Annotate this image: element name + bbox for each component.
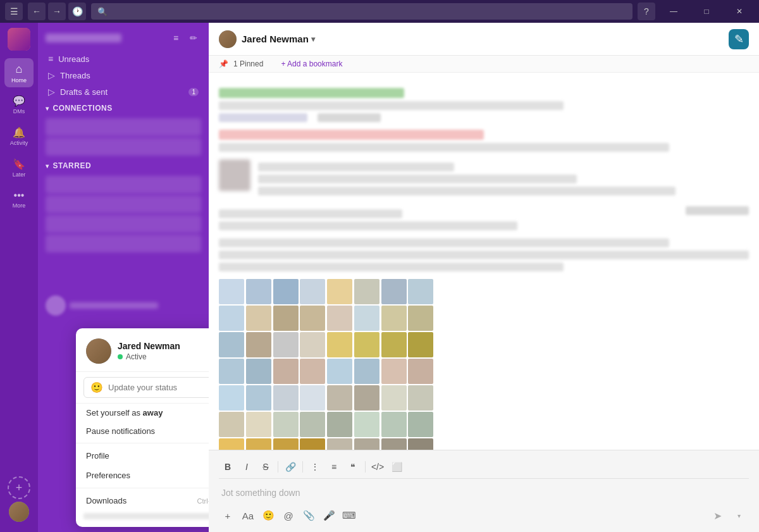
attach-button[interactable]: 📎	[300, 507, 318, 524]
close-button[interactable]: ✕	[725, 0, 754, 23]
popup-divider-1	[76, 443, 209, 443]
grid-cell	[327, 385, 352, 411]
grid-cell	[381, 359, 407, 384]
grid-cell	[408, 332, 433, 357]
sidebar-item-dms[interactable]: 💬 DMs	[4, 90, 34, 119]
pause-notifications-row[interactable]: Pause notifications ›	[76, 422, 209, 440]
sidebar-item-activity[interactable]: 🔔 Activity	[4, 121, 34, 151]
link-button[interactable]: 🔗	[281, 458, 299, 476]
code-button[interactable]: </>	[369, 458, 386, 476]
add-bookmark-link[interactable]: + Add a bookmark	[281, 59, 342, 68]
forward-button[interactable]: →	[48, 3, 66, 20]
compose-icon[interactable]: ✏	[186, 30, 201, 46]
grid-cell	[354, 359, 379, 384]
grid-cell	[219, 306, 244, 331]
history-button[interactable]: 🕐	[68, 3, 86, 20]
send-options-button[interactable]: ▾	[729, 505, 749, 526]
sidebar-item-later[interactable]: 🔖 Later	[4, 153, 34, 182]
plus-button[interactable]: +	[219, 507, 237, 524]
grid-cell	[381, 385, 407, 411]
emoji-button[interactable]: 🙂	[259, 507, 277, 524]
chat-title[interactable]: Jared Newman ▾	[242, 34, 315, 44]
nav-item-threads[interactable]: ▷ Threads	[40, 67, 206, 84]
voice-button[interactable]: 🎤	[320, 507, 338, 524]
status-emoji[interactable]: 🙂	[90, 381, 103, 393]
send-area: ➤ ▾	[707, 505, 749, 526]
grid-cell	[300, 279, 325, 304]
unreads-icon: ≡	[48, 54, 53, 64]
image-grid	[219, 279, 434, 450]
popup-overlay: Jared Newman Active 🙂 Set	[76, 328, 209, 532]
grid-cell	[381, 306, 407, 331]
composer-input-placeholder[interactable]: Jot something down	[219, 483, 749, 503]
send-button[interactable]: ➤	[707, 505, 727, 526]
mention-button[interactable]: @	[280, 507, 297, 524]
grid-cell	[408, 359, 433, 384]
chat-area[interactable]	[209, 73, 759, 450]
sidebar-item-more[interactable]: ••• More	[4, 185, 34, 214]
ordered-list-button[interactable]: ⋮	[306, 458, 324, 476]
block-quote-button[interactable]: ❝	[344, 458, 362, 476]
text-format-button[interactable]: Aa	[239, 507, 257, 524]
icon-sidebar: ⌂ Home 💬 DMs 🔔 Activity 🔖 Later ••• More…	[0, 23, 38, 532]
sidebar-item-home[interactable]: ⌂ Home	[4, 58, 34, 87]
user-avatar[interactable]	[9, 502, 29, 522]
profile-label: Profile	[86, 451, 109, 461]
blurred-avatar-1	[46, 295, 66, 316]
unordered-list-button[interactable]: ≡	[325, 458, 343, 476]
maximize-button[interactable]: □	[692, 0, 721, 23]
threads-icon: ▷	[48, 70, 55, 80]
pause-notifications-label: Pause notifications	[86, 426, 155, 436]
composer-bottom: + Aa 🙂 @ 📎 🎤 ⌨ ➤ ▾	[219, 503, 749, 526]
grid-cell	[381, 412, 407, 437]
pinned-bar: 📌 1 Pinned + Add a bookmark	[209, 56, 759, 73]
minimize-button[interactable]: —	[659, 0, 688, 23]
grid-cell	[273, 306, 299, 331]
sidebar-bottom: +	[8, 476, 30, 527]
code-block-button[interactable]: ⬜	[388, 458, 405, 476]
grid-cell	[408, 385, 433, 411]
add-workspace-button[interactable]: +	[8, 476, 30, 499]
italic-button[interactable]: I	[238, 458, 256, 476]
blurred-connection-1	[46, 118, 201, 136]
section-connections[interactable]: ▾ Connections	[38, 100, 209, 116]
preferences-label: Preferences	[86, 471, 130, 480]
nav-item-unreads[interactable]: ≡ Unreads	[40, 51, 206, 67]
grid-cell	[246, 279, 271, 304]
shortcuts-button[interactable]: ⌨	[340, 507, 358, 524]
help-button[interactable]: ?	[638, 3, 655, 20]
strikethrough-button[interactable]: S	[257, 458, 275, 476]
nav-item-drafts[interactable]: ▷ Drafts & sent 1	[40, 84, 206, 100]
nav-panel-header: ≡ ✏	[38, 23, 209, 51]
chat-header-left: Jared Newman ▾	[219, 30, 315, 48]
grid-cell	[246, 412, 271, 437]
section-starred[interactable]: ▾ Starred	[38, 158, 209, 174]
chat-header-right: ✎	[729, 29, 749, 49]
downloads-shortcut: Ctrl+Shift+J	[197, 497, 209, 505]
popup-menu: Jared Newman Active 🙂 Set	[76, 328, 209, 527]
status-input-row[interactable]: 🙂	[83, 377, 209, 398]
back-button[interactable]: ←	[28, 3, 46, 20]
pinned-label[interactable]: 1 Pinned	[233, 59, 263, 68]
profile-item[interactable]: Profile	[76, 446, 209, 466]
blurred-menu-item	[83, 513, 209, 519]
set-away-row[interactable]: Set yourself as away	[76, 404, 209, 422]
grid-cell	[354, 412, 379, 437]
search-bar[interactable]: 🔍	[91, 3, 632, 20]
status-input[interactable]	[108, 383, 209, 392]
preferences-item[interactable]: Preferences	[76, 466, 209, 485]
popup-user-row: Jared Newman Active	[76, 336, 209, 372]
grid-cell	[273, 279, 299, 304]
grid-cell	[219, 438, 244, 450]
hamburger-icon[interactable]: ☰	[5, 3, 23, 20]
popup-status-section: 🙂	[76, 372, 209, 404]
message-block-2	[219, 130, 749, 152]
downloads-label: Downloads	[86, 496, 126, 505]
popup-user-info: Jared Newman Active	[118, 341, 180, 361]
downloads-item[interactable]: Downloads Ctrl+Shift+J	[76, 491, 209, 510]
filter-icon[interactable]: ≡	[168, 30, 183, 46]
status-dot	[118, 354, 123, 359]
workspace-avatar[interactable]	[8, 28, 30, 51]
chat-options-button[interactable]: ✎	[729, 29, 749, 49]
bold-button[interactable]: B	[219, 458, 237, 476]
